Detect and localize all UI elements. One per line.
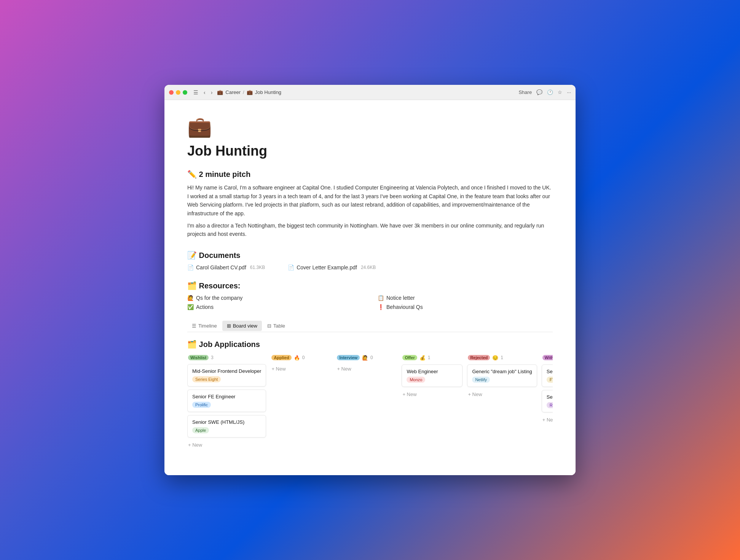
badge-rejected: Rejected [468,355,490,360]
fullscreen-button[interactable] [183,90,187,95]
documents-heading: 📝 Documents [187,251,553,260]
clock-icon[interactable]: 🕐 [547,89,553,95]
card-mid-senior-frontend[interactable]: Mid-Senior Frontend Developer Series Eig… [187,364,266,387]
col-header-applied: Applied 🔥 0 [271,355,332,361]
page-title: Job Hunting [187,143,553,159]
card-senior-swe[interactable]: Senior SWE (HTML/JS) Apple [187,415,266,438]
badge-applied: Applied [271,355,291,360]
menu-icon[interactable]: ☰ [192,89,200,96]
nav-buttons: ☰ ‹ › [192,89,214,96]
column-applied: Applied 🔥 0 + New [271,355,332,449]
breadcrumb: 💼 Career / 💼 Job Hunting [217,89,281,95]
tab-timeline[interactable]: ☰ Timeline [187,321,222,331]
count-applied: 0 [302,355,305,360]
resources-heading: 🗂️ Resources: [187,281,553,290]
resource-icon-notice: 📋 [378,295,384,301]
resource-label-notice: Notice letter [386,295,415,301]
card-title: Generic "dream job" Listing [472,369,532,374]
resource-label-behavioural: Behavioural Qs [386,304,423,310]
card-title: Web Engineer [407,369,458,374]
card-title: Senior Engineer [547,369,553,374]
badge-offer: Offer [402,355,417,360]
column-withdrawn: Withdrawn 🚶 2 Senior Engineer FT Senior … [542,355,553,449]
breadcrumb-career[interactable]: Career [225,89,241,95]
doc-name-cover: Cover Letter Example.pdf [297,264,357,270]
count-wishlist: 3 [211,355,214,360]
forward-button[interactable]: › [209,89,214,96]
doc-icon-cover: 📄 [288,264,294,270]
add-new-interview[interactable]: + New [336,364,352,373]
titlebar: ☰ ‹ › 💼 Career / 💼 Job Hunting Share 💬 🕐… [164,85,576,100]
doc-size-cv: 61.3KB [250,265,265,270]
traffic-lights [169,90,187,95]
views-tabs: ☰ Timeline ⊞ Board view ⊟ Table [187,321,553,332]
breadcrumb-separator: / [243,89,244,95]
document-cover-letter[interactable]: 📄 Cover Letter Example.pdf 24.6KB [288,264,376,270]
doc-name-cv: Carol Gilabert CV.pdf [196,264,246,270]
card-tag: Netlify [472,377,490,383]
add-new-applied[interactable]: + New [271,364,286,373]
col-emoji-offer: 💰 [419,355,426,361]
col-header-rejected: Rejected 😔 1 [467,355,537,361]
resources-section: 🗂️ Resources: 🙋 Qs for the company 📋 Not… [187,281,553,310]
resource-label-actions: Actions [196,304,214,310]
card-dream-job[interactable]: Generic "dream job" Listing Netlify [467,364,537,387]
back-button[interactable]: ‹ [202,89,207,96]
card-tag: Monzo [407,377,425,383]
board-icon: ⊞ [227,323,231,329]
close-button[interactable] [169,90,174,95]
resource-qs-company[interactable]: 🙋 Qs for the company [187,295,362,301]
app-window: ☰ ‹ › 💼 Career / 💼 Job Hunting Share 💬 🕐… [164,85,576,475]
add-new-rejected[interactable]: + New [467,390,483,399]
badge-interview: Interview [337,355,360,360]
add-new-withdrawn[interactable]: + New [542,415,553,424]
doc-icon-cv: 📄 [187,264,194,270]
column-rejected: Rejected 😔 1 Generic "dream job" Listing… [467,355,537,449]
column-wishlist: Wishlist 3 Mid-Senior Frontend Developer… [187,355,266,449]
resource-behavioural[interactable]: ❗ Behavioural Qs [378,304,553,310]
tab-table-label: Table [273,323,285,329]
card-senior-frontend-eng[interactable]: Senior Frontend Eng Remote [542,390,553,412]
card-tag: Prolific [192,402,211,408]
col-emoji-rejected: 😔 [492,355,498,361]
card-title: Mid-Senior Frontend Developer [192,368,261,374]
card-title: Senior FE Engineer [192,394,261,399]
card-tag: FT [547,377,553,383]
comment-icon[interactable]: 💬 [536,89,542,95]
badge-withdrawn: Withdrawn [542,355,553,360]
card-senior-engineer[interactable]: Senior Engineer FT [542,364,553,387]
table-icon: ⊟ [267,323,271,329]
col-header-withdrawn: Withdrawn 🚶 2 [542,355,553,361]
document-cv[interactable]: 📄 Carol Gilabert CV.pdf 61.3KB [187,264,265,270]
star-icon[interactable]: ☆ [558,89,562,95]
board-title-text: 🗂️ Job Applications [187,340,260,349]
tab-board[interactable]: ⊞ Board view [222,321,262,331]
breadcrumb-hunting[interactable]: Job Hunting [255,89,281,95]
board-section-title: 🗂️ Job Applications [187,340,553,349]
tab-timeline-label: Timeline [198,323,217,329]
card-web-engineer[interactable]: Web Engineer Monzo [402,364,462,387]
count-offer: 1 [428,355,431,360]
col-emoji-interview: 🙋 [362,355,368,361]
col-header-interview: Interview 🙋 0 [336,355,397,361]
badge-wishlist: Wishlist [188,355,209,360]
minimize-button[interactable] [176,90,180,95]
documents-section: 📝 Documents 📄 Carol Gilabert CV.pdf 61.3… [187,251,553,270]
add-new-offer[interactable]: + New [402,390,417,399]
timeline-icon: ☰ [192,323,196,329]
more-icon[interactable]: ··· [567,89,571,95]
board-columns: Wishlist 3 Mid-Senior Frontend Developer… [187,355,553,452]
tab-table[interactable]: ⊟ Table [263,321,290,331]
documents-list: 📄 Carol Gilabert CV.pdf 61.3KB 📄 Cover L… [187,264,553,270]
doc-size-cover: 24.6KB [361,265,376,270]
resource-notice-letter[interactable]: 📋 Notice letter [378,295,553,301]
breadcrumb-icon-hunting: 💼 [247,89,253,95]
card-senior-fe-engineer[interactable]: Senior FE Engineer Prolific [187,390,266,412]
share-button[interactable]: Share [518,89,532,95]
add-new-wishlist[interactable]: + New [187,441,203,449]
page-content: 💼 Job Hunting ✏️ 2 minute pitch Hi! My n… [164,100,576,475]
pitch-paragraph-2: I'm also a director a Tech Nottingham, t… [187,221,553,239]
breadcrumb-icon-career: 💼 [217,89,223,95]
count-rejected: 1 [501,355,503,360]
resource-actions[interactable]: ✅ Actions [187,304,362,310]
